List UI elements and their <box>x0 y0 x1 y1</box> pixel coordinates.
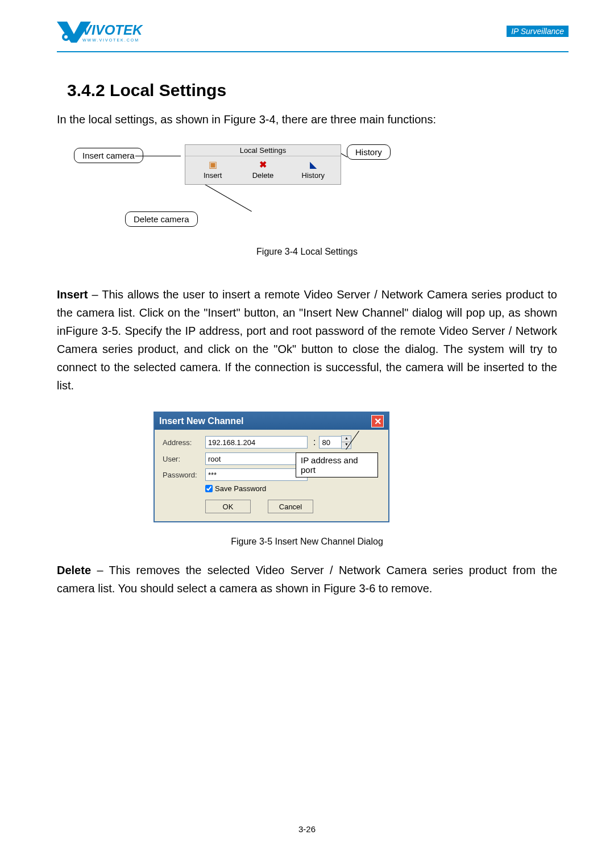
label-password: Password: <box>163 471 205 479</box>
svg-point-1 <box>64 35 68 39</box>
history-button[interactable]: ◣ History <box>289 160 337 180</box>
paragraph-insert: Insert – This allows the user to insert … <box>57 285 557 394</box>
callout-history: History <box>347 144 391 160</box>
panel-title: Local Settings <box>185 145 341 156</box>
insert-label: Insert <box>189 171 237 180</box>
callout-insert-camera: Insert camera <box>74 148 143 163</box>
delete-button[interactable]: ✖ Delete <box>239 160 287 180</box>
dialog-title: Insert New Channel <box>159 416 243 426</box>
figure-2-caption: Figure 3-5 Insert New Channel Dialog <box>57 537 557 547</box>
delete-icon: ✖ <box>239 160 287 170</box>
para2-bold: Delete <box>57 564 91 576</box>
callout-delete-camera: Delete camera <box>125 211 198 227</box>
close-icon: ✕ <box>374 416 381 427</box>
annotation-ip-port: IP address and port <box>296 452 378 477</box>
intro-text: In the local settings, as shown in Figur… <box>57 111 557 127</box>
page-number: 3-26 <box>0 824 614 834</box>
header-right-text: IP Surveillance <box>507 26 569 37</box>
figure-local-settings: Insert camera History Delete camera Loca… <box>74 144 415 235</box>
dialog-titlebar: Insert New Channel ✕ <box>155 413 388 430</box>
password-input[interactable] <box>205 468 308 481</box>
label-address: Address: <box>163 438 205 447</box>
insert-button[interactable]: ▣ Insert <box>189 160 237 180</box>
port-separator: : <box>313 437 316 447</box>
delete-label: Delete <box>239 171 287 180</box>
para2-text: – This removes the selected Video Server… <box>57 564 557 595</box>
insert-icon: ▣ <box>189 160 237 170</box>
label-user: User: <box>163 455 205 463</box>
cancel-button[interactable]: Cancel <box>268 500 313 513</box>
local-settings-panel: Local Settings ▣ Insert ✖ Delete ◣ Histo… <box>185 144 341 185</box>
paragraph-delete: Delete – This removes the selected Video… <box>57 561 557 597</box>
page-content: 3.4.2 Local Settings In the local settin… <box>0 52 614 597</box>
spinner-up-icon[interactable]: ▲ <box>342 436 351 442</box>
para1-text: – This allows the user to insert a remot… <box>57 288 557 392</box>
close-button[interactable]: ✕ <box>371 415 384 427</box>
logo: VIVOTEK WWW.VIVOTEK.COM <box>57 17 154 45</box>
logo-text: VIVOTEK <box>82 22 179 38</box>
page-header: VIVOTEK WWW.VIVOTEK.COM IP Surveillance <box>0 0 614 51</box>
logo-subtext: WWW.VIVOTEK.COM <box>82 38 179 42</box>
history-label: History <box>289 171 337 180</box>
section-heading: 3.4.2 Local Settings <box>67 81 557 100</box>
port-input[interactable] <box>319 436 342 448</box>
save-password-checkbox[interactable] <box>205 485 213 492</box>
history-icon: ◣ <box>289 160 337 170</box>
ok-button[interactable]: OK <box>205 500 251 513</box>
address-input[interactable] <box>205 436 308 448</box>
figure-1-caption: Figure 3-4 Local Settings <box>57 247 557 257</box>
save-password-label: Save Password <box>215 484 266 493</box>
user-input[interactable] <box>205 452 308 465</box>
para1-bold: Insert <box>57 288 88 301</box>
